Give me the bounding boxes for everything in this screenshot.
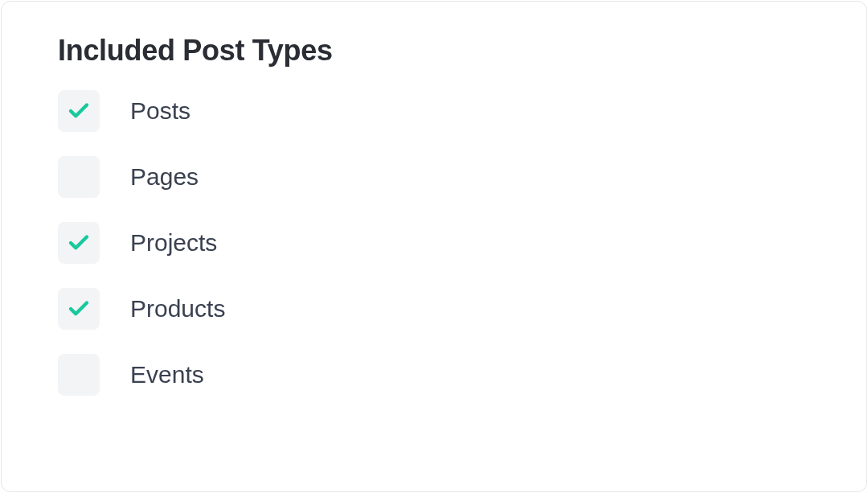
- checkbox-row-events: Events: [58, 354, 810, 396]
- check-icon: [67, 99, 91, 123]
- check-icon: [67, 231, 91, 255]
- checkbox-list: Posts Pages Projects: [58, 90, 810, 396]
- checkbox-label-posts: Posts: [130, 97, 190, 125]
- checkbox-label-projects: Projects: [130, 229, 217, 257]
- checkbox-products[interactable]: [58, 288, 100, 330]
- checkbox-label-pages: Pages: [130, 163, 199, 191]
- checkbox-row-projects: Projects: [58, 222, 810, 264]
- checkbox-row-posts: Posts: [58, 90, 810, 132]
- checkbox-row-products: Products: [58, 288, 810, 330]
- checkbox-row-pages: Pages: [58, 156, 810, 198]
- check-icon: [67, 297, 91, 321]
- checkbox-label-products: Products: [130, 295, 225, 323]
- checkbox-projects[interactable]: [58, 222, 100, 264]
- settings-panel: Included Post Types Posts Pages: [1, 1, 867, 492]
- checkbox-pages[interactable]: [58, 156, 100, 198]
- checkbox-posts[interactable]: [58, 90, 100, 132]
- checkbox-events[interactable]: [58, 354, 100, 396]
- checkbox-label-events: Events: [130, 361, 204, 388]
- section-title: Included Post Types: [58, 34, 810, 68]
